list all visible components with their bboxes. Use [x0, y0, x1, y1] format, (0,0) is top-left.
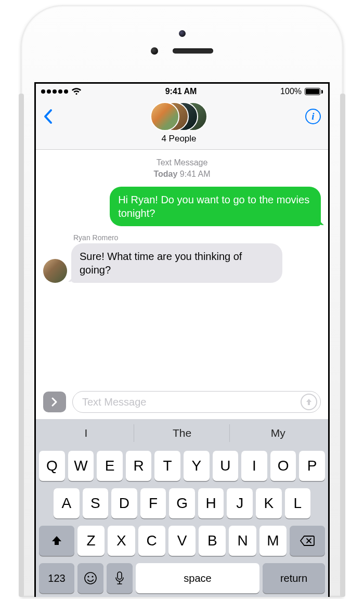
- conversation-title: 4 People: [161, 134, 196, 144]
- key-d[interactable]: D: [111, 488, 137, 518]
- key-x[interactable]: X: [108, 526, 135, 556]
- phone-frame: 9:41 AM 100% 4 People: [21, 5, 343, 597]
- svg-rect-3: [118, 572, 122, 579]
- key-row: Q W E R T Y U I O P: [38, 447, 326, 485]
- apps-button[interactable]: [43, 392, 66, 412]
- svg-point-1: [87, 576, 89, 577]
- key-v[interactable]: V: [168, 526, 196, 556]
- key-row: A S D F G H J K L: [38, 485, 326, 522]
- screen: 9:41 AM 100% 4 People: [34, 82, 330, 597]
- prediction-suggestion[interactable]: I: [38, 419, 134, 447]
- key-n[interactable]: N: [229, 526, 256, 556]
- key-p[interactable]: P: [299, 451, 325, 481]
- battery-icon: [305, 88, 323, 95]
- key-u[interactable]: U: [213, 451, 239, 481]
- conversation-area[interactable]: Text Message Today 9:41 AM Hi Ryan! Do y…: [36, 150, 328, 388]
- input-placeholder: Text Message: [82, 396, 146, 408]
- group-avatar-stack[interactable]: [150, 101, 207, 132]
- info-button[interactable]: i: [305, 101, 321, 124]
- prediction-suggestion[interactable]: The: [134, 419, 230, 447]
- avatar: [150, 102, 179, 131]
- front-camera: [179, 30, 186, 37]
- key-e[interactable]: E: [97, 451, 123, 481]
- key-m[interactable]: M: [259, 526, 287, 556]
- earpiece-speaker: [173, 48, 213, 54]
- svg-point-2: [92, 576, 93, 577]
- svg-point-0: [85, 572, 96, 584]
- prediction-suggestion[interactable]: My: [230, 419, 326, 447]
- outgoing-message-bubble[interactable]: Hi Ryan! Do you want to go to the movies…: [110, 187, 321, 226]
- key-w[interactable]: W: [68, 451, 94, 481]
- key-o[interactable]: O: [270, 451, 296, 481]
- key-i[interactable]: I: [241, 451, 267, 481]
- emoji-key[interactable]: [77, 563, 103, 593]
- message-input-row: Text Message: [36, 388, 328, 419]
- key-y[interactable]: Y: [184, 451, 210, 481]
- key-a[interactable]: A: [54, 488, 80, 518]
- send-button[interactable]: [301, 394, 317, 410]
- phone-hardware: [34, 19, 330, 82]
- key-q[interactable]: Q: [39, 451, 65, 481]
- incoming-message-bubble[interactable]: Sure! What time are you thinking of goin…: [71, 243, 282, 283]
- phone-edge: [340, 94, 345, 597]
- key-b[interactable]: B: [199, 526, 226, 556]
- key-z[interactable]: Z: [77, 526, 105, 556]
- battery-percent: 100%: [280, 87, 302, 96]
- key-t[interactable]: T: [154, 451, 180, 481]
- sender-name-label: Ryan Romero: [73, 233, 321, 242]
- shift-key[interactable]: [39, 526, 74, 556]
- phone-edge: [19, 94, 24, 597]
- key-row: Z X C V B N M: [38, 522, 326, 559]
- signal-strength-icon: [41, 89, 68, 94]
- key-c[interactable]: C: [138, 526, 165, 556]
- wifi-icon: [71, 88, 82, 95]
- status-time: 9:41 AM: [165, 87, 197, 96]
- proximity-sensor: [151, 47, 158, 55]
- sender-avatar[interactable]: [43, 259, 67, 283]
- key-j[interactable]: J: [227, 488, 253, 518]
- key-s[interactable]: S: [83, 488, 109, 518]
- numbers-key[interactable]: 123: [39, 563, 74, 593]
- key-f[interactable]: F: [140, 488, 166, 518]
- thread-timestamp: Text Message Today 9:41 AM: [43, 157, 321, 179]
- key-row: 123 space return: [38, 559, 326, 597]
- key-h[interactable]: H: [198, 488, 224, 518]
- key-k[interactable]: K: [256, 488, 282, 518]
- key-g[interactable]: G: [169, 488, 195, 518]
- space-key[interactable]: space: [136, 563, 259, 593]
- status-bar: 9:41 AM 100%: [36, 84, 328, 99]
- keyboard: I The My Q W E R T Y U I O P A S D F: [36, 419, 328, 597]
- prediction-bar: I The My: [38, 419, 326, 447]
- back-button[interactable]: [43, 101, 53, 124]
- info-icon: i: [305, 109, 321, 124]
- dictation-key[interactable]: [107, 563, 133, 593]
- return-key[interactable]: return: [263, 563, 325, 593]
- message-text-input[interactable]: Text Message: [72, 391, 321, 413]
- nav-header: 4 People i: [36, 99, 328, 150]
- key-r[interactable]: R: [126, 451, 152, 481]
- backspace-key[interactable]: [290, 526, 325, 556]
- key-l[interactable]: L: [285, 488, 311, 518]
